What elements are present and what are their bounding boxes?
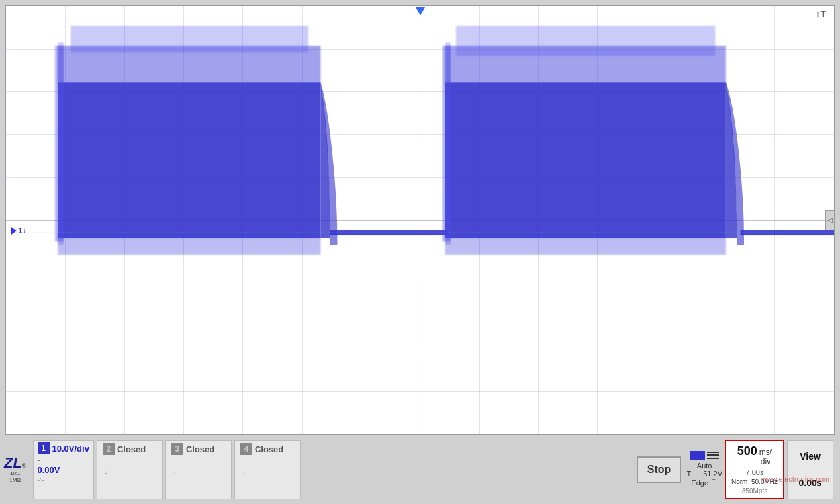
svg-rect-2 xyxy=(71,26,308,52)
time-div-sub: 7.00s xyxy=(731,468,778,476)
ch1-sub-value: 0.00V xyxy=(38,465,89,475)
trigger-marker xyxy=(416,7,425,15)
time-div-extra: 350Mpts xyxy=(731,487,778,495)
view-box: View 0.00s xyxy=(787,440,833,499)
ch3-sub-minus: -:- xyxy=(171,467,178,475)
ch3-minus: - xyxy=(171,457,174,465)
svg-rect-11 xyxy=(445,42,451,245)
ch2-minus: - xyxy=(103,457,105,465)
scope-screen: ↑T 1 ↕ ◁ xyxy=(5,5,835,435)
waveform-display xyxy=(6,6,834,434)
t-label: T 51.2V xyxy=(686,470,722,478)
svg-rect-6 xyxy=(456,26,716,56)
norm-label: Norm xyxy=(731,478,747,485)
right-scroll-arrow[interactable]: ◁ xyxy=(825,210,835,230)
view-value: 0.00s xyxy=(793,478,827,488)
ch2-header: 2 Closed xyxy=(103,443,146,455)
time-div-box: 500 ms/ div 7.00s Norm 50.0MHz 350Mpts xyxy=(725,440,784,499)
time-div-value: 500 xyxy=(737,444,757,458)
logo-sub: 10:1 1MΩ xyxy=(9,470,21,483)
svg-rect-4 xyxy=(445,82,726,238)
ch2-number: 2 xyxy=(103,443,115,455)
ch1-header: 1 10.0V/div xyxy=(38,442,89,454)
ch1-value: 10.0V/div xyxy=(52,444,89,454)
ch1-line-2 xyxy=(707,454,719,456)
svg-rect-13 xyxy=(445,235,726,255)
scope-container: ↑T 1 ↕ ◁ xyxy=(0,0,840,435)
ch1-number: 1 xyxy=(38,442,50,454)
t-marker: ↑T xyxy=(816,9,826,19)
ch1-color-indicator xyxy=(690,451,705,460)
channel1-box: 1 10.0V/div - 0.00V -:- xyxy=(33,440,94,499)
view-label: View xyxy=(793,451,827,462)
ch4-number: 4 xyxy=(240,443,252,455)
logo-reg: ® xyxy=(22,462,26,469)
ch1-sub: ↕ xyxy=(23,227,26,234)
svg-rect-0 xyxy=(58,82,320,238)
ch3-header: 3 Closed xyxy=(171,443,214,455)
mhz-label: 50.0MHz xyxy=(751,478,778,485)
status-bar: ZL ® 10:1 1MΩ 1 10.0V/div - 0.00V -:- 2 … xyxy=(0,435,840,504)
stop-button[interactable]: Stop xyxy=(637,456,682,483)
auto-label: Auto xyxy=(697,462,712,470)
time-div-unit: ms/ div xyxy=(759,448,772,466)
ch4-label: Closed xyxy=(255,444,283,454)
ch4-minus: - xyxy=(240,457,243,465)
ch1-indicator xyxy=(690,451,719,460)
ch2-sub-minus: -:- xyxy=(103,467,109,475)
ch1-line-1 xyxy=(707,452,719,453)
brand-logo: ZL ® 10:1 1MΩ xyxy=(4,456,26,483)
channel4-box: 4 Closed - -:- xyxy=(234,440,301,499)
ch2-label: Closed xyxy=(117,444,146,454)
ch3-number: 3 xyxy=(171,443,183,455)
t-value: 51.2V xyxy=(703,470,722,478)
logo-text: ZL xyxy=(4,456,22,470)
edge-label: Edge ⌒ xyxy=(691,478,718,489)
ch4-sub-minus: -:- xyxy=(240,467,247,475)
svg-rect-12 xyxy=(58,235,320,255)
channel2-box: 2 Closed - -:- xyxy=(97,440,163,499)
ch1-line-3 xyxy=(707,458,719,459)
svg-rect-9 xyxy=(58,42,64,245)
ch1-arrow-icon xyxy=(11,227,17,235)
ch3-label: Closed xyxy=(186,444,214,454)
ch1-marker: 1 ↕ xyxy=(11,226,26,235)
auto-box: Auto T 51.2V Edge ⌒ xyxy=(686,451,722,489)
ch1-minus: - xyxy=(38,456,89,464)
channel3-box: 3 Closed - -:- xyxy=(165,440,232,499)
ch4-header: 4 Closed xyxy=(240,443,283,455)
ch1-label: 1 xyxy=(18,226,23,235)
ch1-sub-minus: -:- xyxy=(38,476,89,483)
ch1-lines: -:- xyxy=(38,476,89,483)
ch1-lines-icon xyxy=(707,451,719,460)
